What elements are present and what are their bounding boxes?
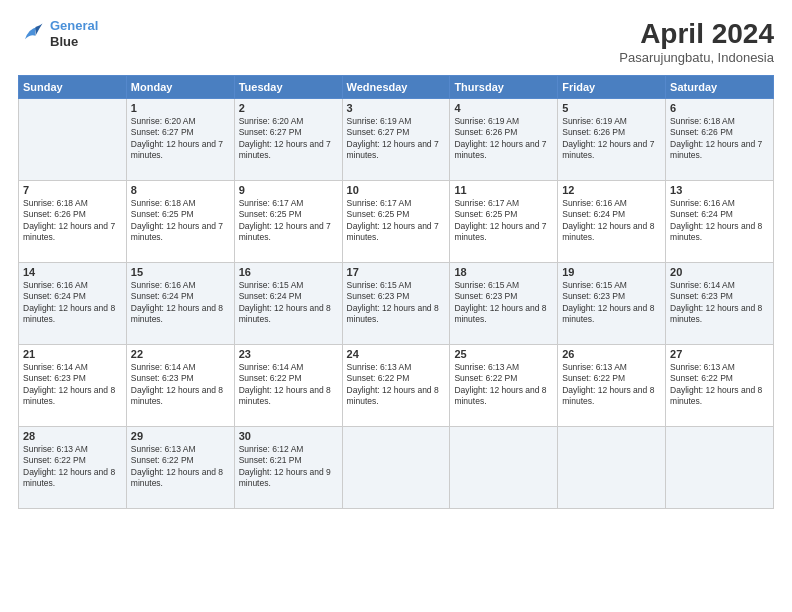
- day-number: 8: [131, 184, 230, 196]
- day-info: Sunrise: 6:19 AMSunset: 6:26 PMDaylight:…: [454, 116, 553, 162]
- header: General Blue April 2024 Pasarujungbatu, …: [18, 18, 774, 65]
- calendar: SundayMondayTuesdayWednesdayThursdayFrid…: [18, 75, 774, 509]
- weekday-header: Thursday: [450, 76, 558, 99]
- day-number: 11: [454, 184, 553, 196]
- day-info: Sunrise: 6:15 AMSunset: 6:24 PMDaylight:…: [239, 280, 338, 326]
- weekday-header: Tuesday: [234, 76, 342, 99]
- logo-icon: [18, 20, 46, 48]
- day-info: Sunrise: 6:14 AMSunset: 6:23 PMDaylight:…: [131, 362, 230, 408]
- day-number: 27: [670, 348, 769, 360]
- calendar-cell: 5Sunrise: 6:19 AMSunset: 6:26 PMDaylight…: [558, 99, 666, 181]
- calendar-cell: 25Sunrise: 6:13 AMSunset: 6:22 PMDayligh…: [450, 345, 558, 427]
- calendar-cell: 6Sunrise: 6:18 AMSunset: 6:26 PMDaylight…: [666, 99, 774, 181]
- calendar-cell: 21Sunrise: 6:14 AMSunset: 6:23 PMDayligh…: [19, 345, 127, 427]
- weekday-header: Monday: [126, 76, 234, 99]
- calendar-cell: 26Sunrise: 6:13 AMSunset: 6:22 PMDayligh…: [558, 345, 666, 427]
- day-number: 22: [131, 348, 230, 360]
- day-info: Sunrise: 6:18 AMSunset: 6:25 PMDaylight:…: [131, 198, 230, 244]
- day-info: Sunrise: 6:16 AMSunset: 6:24 PMDaylight:…: [562, 198, 661, 244]
- calendar-cell: 9Sunrise: 6:17 AMSunset: 6:25 PMDaylight…: [234, 181, 342, 263]
- day-info: Sunrise: 6:19 AMSunset: 6:27 PMDaylight:…: [347, 116, 446, 162]
- calendar-cell: 15Sunrise: 6:16 AMSunset: 6:24 PMDayligh…: [126, 263, 234, 345]
- day-info: Sunrise: 6:14 AMSunset: 6:22 PMDaylight:…: [239, 362, 338, 408]
- calendar-week-row: 21Sunrise: 6:14 AMSunset: 6:23 PMDayligh…: [19, 345, 774, 427]
- logo: General Blue: [18, 18, 98, 49]
- day-number: 2: [239, 102, 338, 114]
- calendar-cell: [19, 99, 127, 181]
- calendar-cell: 19Sunrise: 6:15 AMSunset: 6:23 PMDayligh…: [558, 263, 666, 345]
- calendar-cell: 1Sunrise: 6:20 AMSunset: 6:27 PMDaylight…: [126, 99, 234, 181]
- calendar-week-row: 7Sunrise: 6:18 AMSunset: 6:26 PMDaylight…: [19, 181, 774, 263]
- month-title: April 2024: [619, 18, 774, 50]
- day-info: Sunrise: 6:16 AMSunset: 6:24 PMDaylight:…: [670, 198, 769, 244]
- location: Pasarujungbatu, Indonesia: [619, 50, 774, 65]
- calendar-cell: 8Sunrise: 6:18 AMSunset: 6:25 PMDaylight…: [126, 181, 234, 263]
- weekday-header: Friday: [558, 76, 666, 99]
- calendar-cell: 11Sunrise: 6:17 AMSunset: 6:25 PMDayligh…: [450, 181, 558, 263]
- day-info: Sunrise: 6:18 AMSunset: 6:26 PMDaylight:…: [670, 116, 769, 162]
- calendar-week-row: 14Sunrise: 6:16 AMSunset: 6:24 PMDayligh…: [19, 263, 774, 345]
- calendar-cell: 22Sunrise: 6:14 AMSunset: 6:23 PMDayligh…: [126, 345, 234, 427]
- calendar-cell: [666, 427, 774, 509]
- day-number: 17: [347, 266, 446, 278]
- calendar-cell: 30Sunrise: 6:12 AMSunset: 6:21 PMDayligh…: [234, 427, 342, 509]
- day-number: 19: [562, 266, 661, 278]
- day-number: 7: [23, 184, 122, 196]
- day-number: 3: [347, 102, 446, 114]
- day-number: 4: [454, 102, 553, 114]
- day-number: 21: [23, 348, 122, 360]
- calendar-cell: 18Sunrise: 6:15 AMSunset: 6:23 PMDayligh…: [450, 263, 558, 345]
- day-number: 9: [239, 184, 338, 196]
- day-number: 23: [239, 348, 338, 360]
- day-info: Sunrise: 6:16 AMSunset: 6:24 PMDaylight:…: [131, 280, 230, 326]
- calendar-cell: 20Sunrise: 6:14 AMSunset: 6:23 PMDayligh…: [666, 263, 774, 345]
- calendar-cell: 23Sunrise: 6:14 AMSunset: 6:22 PMDayligh…: [234, 345, 342, 427]
- day-number: 12: [562, 184, 661, 196]
- calendar-week-row: 28Sunrise: 6:13 AMSunset: 6:22 PMDayligh…: [19, 427, 774, 509]
- weekday-header: Wednesday: [342, 76, 450, 99]
- day-number: 28: [23, 430, 122, 442]
- day-number: 5: [562, 102, 661, 114]
- calendar-cell: 7Sunrise: 6:18 AMSunset: 6:26 PMDaylight…: [19, 181, 127, 263]
- weekday-header-row: SundayMondayTuesdayWednesdayThursdayFrid…: [19, 76, 774, 99]
- weekday-header: Sunday: [19, 76, 127, 99]
- calendar-cell: 27Sunrise: 6:13 AMSunset: 6:22 PMDayligh…: [666, 345, 774, 427]
- day-info: Sunrise: 6:18 AMSunset: 6:26 PMDaylight:…: [23, 198, 122, 244]
- day-number: 10: [347, 184, 446, 196]
- day-number: 6: [670, 102, 769, 114]
- day-info: Sunrise: 6:17 AMSunset: 6:25 PMDaylight:…: [239, 198, 338, 244]
- day-info: Sunrise: 6:16 AMSunset: 6:24 PMDaylight:…: [23, 280, 122, 326]
- day-info: Sunrise: 6:17 AMSunset: 6:25 PMDaylight:…: [454, 198, 553, 244]
- day-number: 14: [23, 266, 122, 278]
- day-number: 16: [239, 266, 338, 278]
- day-info: Sunrise: 6:20 AMSunset: 6:27 PMDaylight:…: [239, 116, 338, 162]
- day-info: Sunrise: 6:13 AMSunset: 6:22 PMDaylight:…: [670, 362, 769, 408]
- calendar-cell: [450, 427, 558, 509]
- calendar-cell: 10Sunrise: 6:17 AMSunset: 6:25 PMDayligh…: [342, 181, 450, 263]
- day-info: Sunrise: 6:12 AMSunset: 6:21 PMDaylight:…: [239, 444, 338, 490]
- calendar-cell: [558, 427, 666, 509]
- day-info: Sunrise: 6:13 AMSunset: 6:22 PMDaylight:…: [131, 444, 230, 490]
- day-info: Sunrise: 6:13 AMSunset: 6:22 PMDaylight:…: [454, 362, 553, 408]
- day-info: Sunrise: 6:17 AMSunset: 6:25 PMDaylight:…: [347, 198, 446, 244]
- calendar-week-row: 1Sunrise: 6:20 AMSunset: 6:27 PMDaylight…: [19, 99, 774, 181]
- day-number: 18: [454, 266, 553, 278]
- day-info: Sunrise: 6:13 AMSunset: 6:22 PMDaylight:…: [562, 362, 661, 408]
- calendar-cell: 14Sunrise: 6:16 AMSunset: 6:24 PMDayligh…: [19, 263, 127, 345]
- title-block: April 2024 Pasarujungbatu, Indonesia: [619, 18, 774, 65]
- day-number: 25: [454, 348, 553, 360]
- day-number: 29: [131, 430, 230, 442]
- day-info: Sunrise: 6:13 AMSunset: 6:22 PMDaylight:…: [347, 362, 446, 408]
- day-info: Sunrise: 6:14 AMSunset: 6:23 PMDaylight:…: [670, 280, 769, 326]
- calendar-cell: 2Sunrise: 6:20 AMSunset: 6:27 PMDaylight…: [234, 99, 342, 181]
- day-number: 15: [131, 266, 230, 278]
- calendar-cell: 17Sunrise: 6:15 AMSunset: 6:23 PMDayligh…: [342, 263, 450, 345]
- day-number: 30: [239, 430, 338, 442]
- calendar-cell: 3Sunrise: 6:19 AMSunset: 6:27 PMDaylight…: [342, 99, 450, 181]
- day-number: 26: [562, 348, 661, 360]
- calendar-cell: 28Sunrise: 6:13 AMSunset: 6:22 PMDayligh…: [19, 427, 127, 509]
- calendar-cell: 16Sunrise: 6:15 AMSunset: 6:24 PMDayligh…: [234, 263, 342, 345]
- day-number: 13: [670, 184, 769, 196]
- day-number: 24: [347, 348, 446, 360]
- weekday-header: Saturday: [666, 76, 774, 99]
